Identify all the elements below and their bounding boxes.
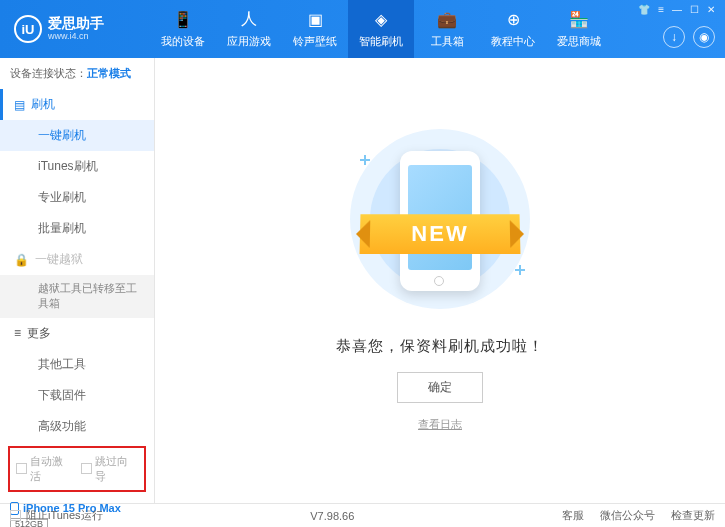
success-message: 恭喜您，保资料刷机成功啦！ (336, 337, 544, 356)
ringtone-icon: ▣ (305, 10, 325, 30)
view-log-link[interactable]: 查看日志 (418, 417, 462, 432)
connection-status: 设备连接状态：正常模式 (0, 58, 154, 89)
sidebar-item-batch-flash[interactable]: 批量刷机 (0, 213, 154, 244)
tab-label: 智能刷机 (359, 34, 403, 49)
tab-label: 工具箱 (431, 34, 464, 49)
maximize-icon[interactable]: ☐ (690, 4, 699, 15)
sidebar-more-header[interactable]: ≡ 更多 (0, 318, 154, 349)
tab-store[interactable]: 🏪爱思商城 (546, 0, 612, 58)
logo-area: iU 爱思助手 www.i4.cn (0, 15, 150, 43)
tab-toolbox[interactable]: 💼工具箱 (414, 0, 480, 58)
user-button[interactable]: ◉ (693, 26, 715, 48)
footer-check-update[interactable]: 检查更新 (671, 508, 715, 523)
sidebar-item-itunes-flash[interactable]: iTunes刷机 (0, 151, 154, 182)
tab-label: 我的设备 (161, 34, 205, 49)
nav-tabs: 📱我的设备 人应用游戏 ▣铃声壁纸 ◈智能刷机 💼工具箱 ⊕教程中心 🏪爱思商城 (150, 0, 612, 58)
sidebar-item-download-firmware[interactable]: 下载固件 (0, 380, 154, 411)
auto-activate-checkbox[interactable]: 自动激活 (16, 454, 73, 484)
tab-ringtones[interactable]: ▣铃声壁纸 (282, 0, 348, 58)
download-button[interactable]: ↓ (663, 26, 685, 48)
app-url: www.i4.cn (48, 32, 104, 42)
sidebar-item-other-tools[interactable]: 其他工具 (0, 349, 154, 380)
store-icon: 🏪 (569, 10, 589, 30)
ok-button[interactable]: 确定 (397, 372, 483, 403)
section-label: 刷机 (31, 96, 55, 113)
main-content: NEW 恭喜您，保资料刷机成功啦！ 确定 查看日志 (155, 58, 725, 503)
block-itunes-checkbox[interactable] (10, 510, 21, 521)
version-label: V7.98.66 (310, 510, 354, 522)
app-header: iU 爱思助手 www.i4.cn 📱我的设备 人应用游戏 ▣铃声壁纸 ◈智能刷… (0, 0, 725, 58)
tab-apps[interactable]: 人应用游戏 (216, 0, 282, 58)
sidebar-flash-header[interactable]: ▤ 刷机 (0, 89, 154, 120)
footer-customer-service[interactable]: 客服 (562, 508, 584, 523)
section-label: 更多 (27, 325, 51, 342)
tab-label: 应用游戏 (227, 34, 271, 49)
tab-label: 爱思商城 (557, 34, 601, 49)
tab-flash[interactable]: ◈智能刷机 (348, 0, 414, 58)
sidebar-item-pro-flash[interactable]: 专业刷机 (0, 182, 154, 213)
minimize-icon[interactable]: — (672, 4, 682, 15)
flash-section-icon: ▤ (14, 98, 25, 112)
lock-icon: 🔒 (14, 253, 29, 267)
success-illustration: NEW (350, 129, 530, 309)
device-icon: 📱 (173, 10, 193, 30)
footer-wechat[interactable]: 微信公众号 (600, 508, 655, 523)
close-icon[interactable]: ✕ (707, 4, 715, 15)
options-highlighted-box: 自动激活 跳过向导 (8, 446, 146, 492)
sidebar-item-oneclick-flash[interactable]: 一键刷机 (0, 120, 154, 151)
toolbox-icon: 💼 (437, 10, 457, 30)
app-title: 爱思助手 (48, 16, 104, 31)
new-banner: NEW (360, 214, 521, 254)
sidebar-jailbreak-header: 🔒 一键越狱 (0, 244, 154, 275)
tab-label: 教程中心 (491, 34, 535, 49)
sidebar: 设备连接状态：正常模式 ▤ 刷机 一键刷机 iTunes刷机 专业刷机 批量刷机… (0, 58, 155, 503)
tab-label: 铃声壁纸 (293, 34, 337, 49)
tutorial-icon: ⊕ (503, 10, 523, 30)
logo-icon: iU (14, 15, 42, 43)
block-itunes-label: 阻止iTunes运行 (26, 508, 103, 523)
sidebar-jailbreak-note: 越狱工具已转移至工具箱 (0, 275, 154, 318)
skin-icon[interactable]: 👕 (638, 4, 650, 15)
tab-my-device[interactable]: 📱我的设备 (150, 0, 216, 58)
section-label: 一键越狱 (35, 251, 83, 268)
menu-icon[interactable]: ≡ (658, 4, 664, 15)
sidebar-item-advanced[interactable]: 高级功能 (0, 411, 154, 442)
skip-guide-checkbox[interactable]: 跳过向导 (81, 454, 138, 484)
tab-tutorial[interactable]: ⊕教程中心 (480, 0, 546, 58)
more-section-icon: ≡ (14, 326, 21, 340)
apps-icon: 人 (239, 10, 259, 30)
flash-icon: ◈ (371, 10, 391, 30)
